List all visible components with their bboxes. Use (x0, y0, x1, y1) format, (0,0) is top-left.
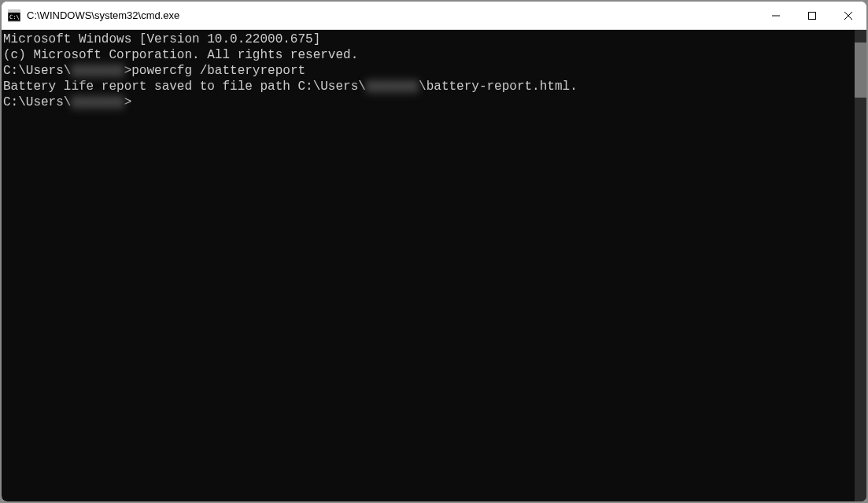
redacted-username: xxxxxxx (71, 63, 124, 79)
prompt-prefix: C:\Users\ (3, 95, 71, 109)
terminal-prompt-line: C:\Users\xxxxxxx> (3, 94, 866, 110)
redacted-username: xxxxxxx (71, 94, 124, 110)
terminal-line: Microsoft Windows [Version 10.0.22000.67… (3, 31, 866, 47)
prompt-prefix: C:\Users\ (3, 64, 71, 78)
scrollbar-thumb[interactable] (855, 43, 866, 98)
output-prefix: Battery life report saved to file path C… (3, 80, 366, 94)
prompt-command: >powercfg /batteryreport (124, 64, 305, 78)
terminal-prompt-line: C:\Users\xxxxxxx>powercfg /batteryreport (3, 63, 866, 79)
terminal-line: (c) Microsoft Corporation. All rights re… (3, 47, 866, 63)
svg-rect-1 (8, 10, 20, 13)
window-title: C:\WINDOWS\system32\cmd.exe (27, 9, 758, 21)
maximize-button[interactable] (794, 2, 830, 29)
output-suffix: \battery-report.html. (419, 80, 578, 94)
close-button[interactable] (830, 2, 866, 29)
terminal-output[interactable]: Microsoft Windows [Version 10.0.22000.67… (2, 30, 866, 501)
prompt-caret: > (124, 95, 132, 109)
scrollbar-track[interactable] (855, 30, 866, 501)
svg-text:C:\: C:\ (9, 14, 20, 20)
svg-rect-4 (809, 12, 816, 19)
cmd-window: C:\ C:\WINDOWS\system32\cmd.exe Microsof… (1, 1, 867, 502)
cmd-icon: C:\ (8, 9, 20, 22)
titlebar[interactable]: C:\ C:\WINDOWS\system32\cmd.exe (2, 2, 866, 30)
window-controls (758, 2, 866, 29)
minimize-button[interactable] (758, 2, 794, 29)
terminal-output-line: Battery life report saved to file path C… (3, 79, 866, 94)
redacted-username: xxxxxxx (366, 79, 419, 94)
